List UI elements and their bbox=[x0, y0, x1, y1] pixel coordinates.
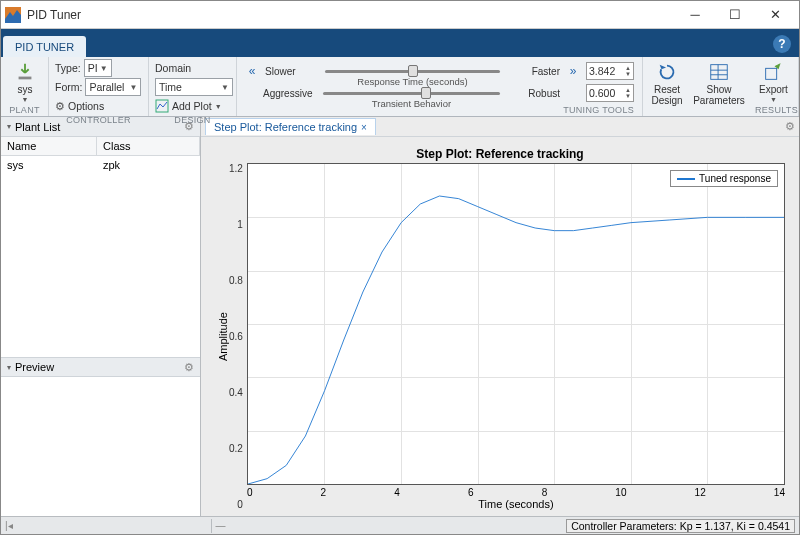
svg-rect-3 bbox=[711, 65, 728, 80]
chevron-down-icon: ▼ bbox=[22, 96, 29, 103]
col-name[interactable]: Name bbox=[1, 137, 97, 155]
preview-panel bbox=[1, 377, 200, 516]
chart[interactable]: Tuned response bbox=[247, 163, 785, 485]
collapse-icon: ▾ bbox=[7, 363, 11, 372]
chevron-down-icon: ▼ bbox=[215, 103, 222, 110]
nav-first-icon[interactable]: |◂ bbox=[5, 520, 13, 531]
plot-tab[interactable]: Step Plot: Reference tracking × bbox=[205, 118, 376, 135]
faster-arrow[interactable]: » bbox=[566, 64, 580, 78]
plot-area: Step Plot: Reference tracking Amplitude … bbox=[201, 137, 799, 516]
table-row[interactable]: sys zpk bbox=[1, 156, 200, 174]
minimize-button[interactable]: ─ bbox=[675, 2, 715, 28]
options-button[interactable]: ⚙ Options bbox=[55, 97, 104, 115]
download-arrow-icon bbox=[14, 61, 36, 83]
add-plot-icon bbox=[155, 99, 169, 113]
app-logo-icon bbox=[5, 7, 21, 23]
y-axis-label: Amplitude bbox=[215, 163, 229, 510]
collapse-icon[interactable]: — bbox=[216, 520, 226, 531]
plot-title: Step Plot: Reference tracking bbox=[215, 147, 785, 161]
form-combo[interactable]: Parallel▼ bbox=[85, 78, 141, 96]
slower-arrow[interactable]: « bbox=[245, 64, 259, 78]
window-title: PID Tuner bbox=[27, 8, 675, 22]
domain-combo[interactable]: Time▼ bbox=[155, 78, 233, 96]
preview-header[interactable]: ▾ Preview ⚙ bbox=[1, 357, 200, 377]
gear-icon[interactable]: ⚙ bbox=[785, 120, 795, 133]
plot-tabbar: Step Plot: Reference tracking × ⚙ bbox=[201, 117, 799, 137]
plant-button[interactable]: sys ▼ bbox=[7, 59, 43, 105]
titlebar: PID Tuner ─ ☐ ✕ bbox=[1, 1, 799, 29]
help-button[interactable]: ? bbox=[773, 35, 791, 53]
show-parameters-button[interactable]: Show Parameters bbox=[695, 59, 743, 108]
tab-pid-tuner[interactable]: PID TUNER bbox=[3, 36, 86, 57]
reset-icon bbox=[656, 61, 678, 83]
export-icon bbox=[762, 61, 784, 83]
chevron-down-icon: ▼ bbox=[770, 96, 777, 103]
y-axis-ticks: 1.210.80.60.40.20 bbox=[229, 163, 247, 510]
toolstrip-tabbar: PID TUNER ? bbox=[1, 29, 799, 57]
ribbon: sys ▼ PLANT Type: PI▼ Form: Parallel▼ ⚙ … bbox=[1, 57, 799, 117]
x-axis-label: Time (seconds) bbox=[247, 498, 785, 510]
status-bar: |◂ — Controller Parameters: Kp = 1.137, … bbox=[1, 516, 799, 534]
response-time-slider[interactable]: Response Time (seconds) bbox=[325, 65, 500, 77]
table-icon bbox=[708, 61, 730, 83]
transient-behavior-slider[interactable]: Transient Behavior bbox=[323, 87, 500, 99]
status-text: Controller Parameters: Kp = 1.137, Ki = … bbox=[566, 519, 795, 533]
add-plot-button[interactable]: Add Plot ▼ bbox=[155, 97, 222, 115]
export-button[interactable]: Export ▼ bbox=[755, 59, 792, 105]
svg-rect-1 bbox=[19, 77, 32, 80]
plant-list: Name Class sys zpk bbox=[1, 137, 200, 357]
reset-design-button[interactable]: Reset Design bbox=[649, 59, 685, 108]
transient-behavior-spinner[interactable]: 0.600▲▼ bbox=[586, 84, 634, 102]
close-icon[interactable]: × bbox=[361, 122, 367, 133]
type-combo[interactable]: PI▼ bbox=[84, 59, 112, 77]
collapse-icon: ▾ bbox=[7, 122, 11, 131]
svg-rect-7 bbox=[766, 68, 777, 79]
response-time-spinner[interactable]: 3.842▲▼ bbox=[586, 62, 634, 80]
gear-icon: ⚙ bbox=[55, 100, 65, 113]
maximize-button[interactable]: ☐ bbox=[715, 2, 755, 28]
close-button[interactable]: ✕ bbox=[755, 2, 795, 28]
x-axis-ticks: 02468101214 bbox=[247, 485, 785, 498]
col-class[interactable]: Class bbox=[97, 137, 200, 155]
gear-icon[interactable]: ⚙ bbox=[184, 361, 194, 374]
